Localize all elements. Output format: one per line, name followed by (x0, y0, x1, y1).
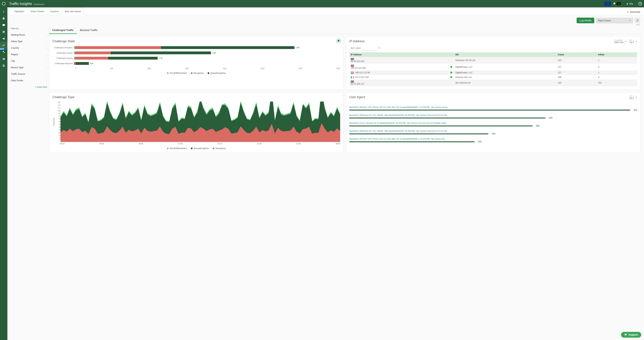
card-title: User Agent (349, 95, 637, 99)
monitor-icon (2, 24, 5, 27)
tabs-row: HighlightsVisitor DetailsExplorerBots an… (8, 7, 644, 15)
table-row[interactable]: 198.211.122.64DigitalOcean, LLC2171 (349, 70, 637, 75)
ip-search[interactable]: ✕ (349, 46, 378, 50)
user-menu[interactable]: Imp.. (624, 2, 636, 5)
breadcrumb[interactable]: Dashboards (34, 3, 44, 5)
svg-rect-13 (2, 24, 5, 26)
svg-point-7 (608, 4, 609, 5)
sidenav-home[interactable] (0, 15, 8, 22)
card-title: IP Address (349, 39, 637, 43)
download-button[interactable]: Download (627, 10, 640, 15)
inner-tab-challenged-traffic[interactable]: Challenged Traffic (49, 27, 77, 34)
chevron-down-icon: ▼ (629, 19, 631, 21)
user-agent-row[interactable]: Mozilla/5.0 (iPhone; CPU iPhone OS 16_6 … (349, 106, 637, 111)
table-row[interactable]: 54.72.247.193Amazon.com, Inc.1990 (349, 75, 637, 79)
table-row[interactable]: 165.22.122.238DigitalOcean, LLC2170 (349, 64, 637, 70)
hbar-row[interactable]: Challenges Rejected196 (52, 61, 340, 65)
sidenav: BETA (0, 7, 8, 157)
area-chart-plot[interactable] (60, 101, 340, 142)
gears-icon (2, 50, 5, 53)
svg-point-3 (609, 3, 609, 4)
legend-item[interactable]: Recaptcha (191, 72, 204, 74)
chevron-down-icon: ⌄ (46, 79, 47, 81)
table-row[interactable]: 92.40.213.152Hutchison 3G UK Ltd4131 (349, 57, 637, 64)
svg-point-11 (608, 5, 608, 5)
send-icon (2, 37, 5, 40)
legend-item[interactable]: ProofOfWorkHash (167, 147, 187, 150)
ip-search-input[interactable] (351, 47, 377, 49)
legend-item[interactable]: QueueitCaptcha (208, 72, 226, 74)
filter-device-type[interactable]: Device Type⌄ (11, 64, 47, 71)
limit-select[interactable]: Limit Top 5 ▼ (629, 39, 638, 44)
chevron-down-icon: ⌄ (46, 66, 47, 68)
filter-data-center[interactable]: Data Center⌄ (11, 77, 47, 84)
svg-rect-19 (3, 59, 3, 60)
legend-item[interactable]: ProofOfWorkHash (167, 72, 187, 74)
svg-rect-20 (4, 58, 4, 60)
filter-country[interactable]: Country⌄ (11, 45, 47, 51)
svg-point-9 (608, 2, 608, 3)
filter-inflow-type[interactable]: Inflow Type⌄ (11, 38, 47, 45)
tab-explorer[interactable]: Explorer (47, 8, 62, 15)
visualization-select[interactable]: Visualization Table View ▼ (614, 39, 627, 44)
show-more-filters[interactable]: + show more (11, 84, 47, 88)
table-row[interactable]: 82.71.164.117Zen Internet Ltd110231 (349, 79, 637, 86)
chevron-down-icon: ⌄ (46, 47, 47, 49)
time-range-select[interactable]: Past 2 hours ▼ (596, 18, 633, 23)
card-title: Challenge Type (52, 95, 340, 99)
hbar-row[interactable]: Challenges Issued1.8K (52, 51, 340, 55)
svg-point-4 (606, 3, 607, 3)
svg-point-5 (608, 3, 609, 3)
filter-traffic-source[interactable]: Traffic Source⌄ (11, 71, 47, 77)
close-icon[interactable]: ✕ (378, 46, 380, 50)
logo[interactable] (0, 2, 8, 5)
legend-item[interactable]: QueueitCaptcha (191, 147, 209, 150)
chevron-down-icon: ▼ (635, 40, 637, 42)
svg-point-2 (606, 3, 606, 4)
filter-waiting-room[interactable]: Waiting Room⌄ (11, 31, 47, 38)
challenge-state-card: Challenge State Challenges Required2.9KC… (49, 36, 344, 89)
ip-table: IP AddressISPCountInflow 92.40.213.152Hu… (349, 52, 637, 86)
download-icon (627, 11, 629, 13)
user-agent-row[interactable]: Mozilla/5.0 (Windows NT 10.0; Win64; x64… (349, 114, 637, 119)
legend-item[interactable]: Recaptcha (213, 147, 226, 150)
sidenav-analytics[interactable] (0, 42, 8, 49)
svg-rect-16 (3, 32, 5, 33)
user-agent-row[interactable]: Mozilla/5.0 (Linux; Android 10; K) Apple… (349, 122, 637, 127)
chevron-down-icon: ⌄ (46, 60, 47, 62)
database-icon (450, 76, 452, 78)
tab-visitor-details[interactable]: Visitor Details (27, 8, 47, 15)
notification-count: 12 (616, 2, 621, 5)
sidenav-list[interactable] (0, 28, 8, 35)
svg-rect-21 (4, 58, 5, 60)
sidenav-expand[interactable] (0, 8, 8, 15)
sidenav-send[interactable] (0, 35, 8, 42)
filter-city[interactable]: City⌄ (11, 58, 47, 64)
sidenav-users[interactable] (0, 62, 8, 69)
tab-highlights[interactable]: Highlights (11, 8, 27, 15)
region-flag-eu[interactable] (604, 1, 611, 6)
database-icon (450, 66, 452, 68)
topbar: Traffic Insights Dashboards 12 Imp.. ? (0, 0, 644, 7)
list-icon (2, 30, 5, 33)
user-agent-row[interactable]: Mozilla/5.0 (Windows NT 10.0; Win64; x64… (349, 130, 637, 135)
filter-region[interactable]: Region⌄ (11, 51, 47, 58)
tab-bots-and-abuse[interactable]: Bots and Abuse (62, 8, 84, 15)
chevron-down-icon: ⌄ (46, 73, 47, 75)
chevron-down-icon: ⌄ (46, 40, 47, 42)
notifications-button[interactable]: 12 (613, 2, 621, 5)
user-agent-row[interactable]: Mozilla/5.0 (iPhone; CPU iPhone OS 16_6 … (349, 138, 637, 143)
sidenav-admin[interactable]: BETA (0, 49, 8, 55)
sidenav-monitor[interactable] (0, 22, 8, 28)
inner-tab-blocked-traffic[interactable]: Blocked Traffic (77, 27, 101, 34)
hbar-row[interactable]: Challenges Required2.9K (52, 46, 340, 49)
hbar-row[interactable]: Challenges Solved1.1K (52, 56, 340, 60)
sidenav-stats[interactable] (0, 55, 8, 62)
refresh-button[interactable] (635, 18, 640, 23)
y-axis-label: Requests (52, 101, 55, 142)
log-details-button[interactable]: Log details (577, 18, 594, 23)
svg-point-22 (3, 64, 4, 65)
card-title: Challenge State (52, 39, 340, 43)
ua-limit-select[interactable]: Limit Top 5 ▼ (629, 95, 638, 100)
help-button[interactable]: ? (638, 2, 642, 5)
